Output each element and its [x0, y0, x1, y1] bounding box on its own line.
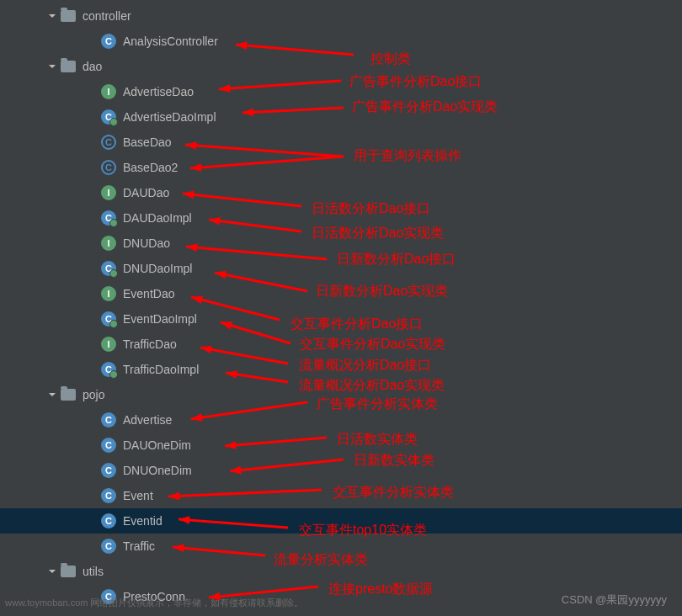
item-label: DAUOneDim: [123, 438, 191, 452]
item-label: EventDaoImpl: [123, 312, 197, 326]
annotation-text: 交互事件分析实体类: [333, 484, 454, 502]
folder-icon: [61, 389, 76, 401]
item-label: Advertise: [123, 413, 172, 427]
annotation-text: 日新数实体类: [354, 452, 434, 470]
interface-icon: I: [101, 185, 116, 200]
annotation-text: 用于查询列表操作: [354, 147, 461, 165]
interface-icon: I: [101, 286, 116, 301]
item-label: EventDao: [123, 287, 174, 300]
annotation-text: 流量概况分析Dao实现类: [299, 377, 445, 395]
class-impl-icon: C: [101, 362, 116, 377]
chevron-down-icon[interactable]: [45, 565, 59, 578]
tree-item[interactable]: C AnalysisController: [0, 29, 682, 54]
tree-item[interactable]: C BaseDao2: [0, 155, 682, 180]
interface-icon: I: [101, 337, 116, 352]
class-impl-icon: C: [101, 109, 116, 125]
folder-dao[interactable]: dao: [0, 54, 682, 79]
item-label: DNUOneDim: [123, 464, 192, 477]
class-icon: C: [101, 539, 116, 554]
item-label: DNUDao: [123, 236, 170, 250]
folder-label: pojo: [83, 388, 104, 401]
class-ring-icon: C: [101, 160, 116, 175]
annotation-text: 流量概况分析Dao接口: [299, 357, 431, 374]
folder-icon: [61, 61, 76, 72]
item-label: TrafficDao: [123, 337, 177, 351]
annotation-text: 日新数分析Dao实现类: [316, 283, 448, 300]
annotation-text: 交互事件分析Dao接口: [290, 316, 423, 333]
class-ring-icon: C: [101, 135, 116, 150]
watermark-right: CSDN @果园yyyyyyy: [562, 592, 667, 608]
folder-icon: [61, 10, 76, 22]
tree-item[interactable]: C BaseDao: [0, 130, 682, 155]
class-icon: C: [101, 412, 116, 427]
annotation-text: 日活数分析Dao实现类: [312, 225, 444, 242]
annotation-text: 日活数分析Dao接口: [312, 200, 430, 218]
item-label: AdvertiseDaoImpl: [123, 110, 216, 124]
tree-item[interactable]: C AdvertiseDaoImpl: [0, 104, 682, 130]
project-tree: controller C AnalysisController dao I Ad…: [0, 0, 682, 609]
chevron-down-icon[interactable]: [45, 60, 59, 73]
class-icon: C: [101, 513, 116, 528]
folder-label: dao: [83, 60, 102, 73]
watermark-left: www.toymoban.com 网络图片仅供展示，非存储，如有侵权请联系删除。: [5, 597, 303, 609]
class-impl-icon: C: [101, 210, 116, 226]
folder-label: controller: [83, 9, 131, 23]
interface-icon: I: [101, 236, 116, 251]
class-icon: C: [101, 438, 116, 453]
item-label: BaseDao2: [123, 161, 178, 174]
annotation-text: 交互事件top10实体类: [299, 522, 427, 539]
class-icon: C: [101, 488, 116, 503]
item-label: DNUDaoImpl: [123, 262, 192, 275]
item-label: Eventid: [123, 514, 163, 528]
annotation-text: 广告事件分析Dao实现类: [352, 98, 498, 116]
annotation-text: 交互事件分析Dao实现类: [300, 336, 445, 353]
item-label: Traffic: [123, 539, 155, 553]
tree-item[interactable]: I AdvertiseDao: [0, 79, 682, 104]
chevron-down-icon[interactable]: [45, 9, 59, 23]
item-label: DAUDaoImpl: [123, 211, 192, 225]
annotation-text: 日活数实体类: [337, 431, 418, 449]
annotation-text: 广告事件分析Dao接口: [349, 73, 482, 91]
item-label: BaseDao: [123, 135, 172, 149]
item-label: AnalysisController: [123, 35, 218, 48]
annotation-text: 日新数分析Dao接口: [337, 251, 456, 268]
annotation-text: 流量分析实体类: [274, 551, 368, 569]
annotation-text: 控制类: [370, 50, 411, 68]
class-icon: C: [101, 463, 116, 478]
class-icon: C: [101, 34, 116, 49]
class-impl-icon: C: [101, 261, 116, 276]
class-impl-icon: C: [101, 311, 116, 327]
annotation-text: 连接presto数据源: [328, 581, 433, 598]
item-label: AdvertiseDao: [123, 85, 194, 98]
annotation-text: 广告事件分析实体类: [317, 396, 438, 413]
folder-controller[interactable]: controller: [0, 3, 682, 29]
item-label: Event: [123, 489, 153, 502]
item-label: DAUDao: [123, 186, 169, 199]
folder-icon: [61, 566, 76, 577]
item-label: TrafficDaoImpl: [123, 363, 199, 376]
interface-icon: I: [101, 84, 116, 99]
tree-item[interactable]: C DNUOneDim: [0, 458, 682, 483]
folder-label: utils: [83, 565, 104, 578]
chevron-down-icon[interactable]: [45, 388, 59, 401]
